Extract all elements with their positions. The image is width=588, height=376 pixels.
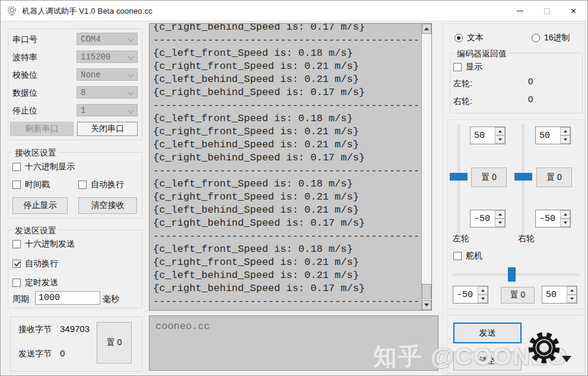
spin-up-button[interactable] [478,286,488,295]
spin-down-button[interactable] [495,219,505,227]
databits-label: 数据位 [12,88,37,99]
parity-select[interactable]: None [77,68,138,81]
databits-select[interactable]: 8 [77,86,138,99]
left-wheel-min-spinbox[interactable]: -50 [470,210,506,228]
counter-reset-button[interactable]: 置 0 [97,322,132,364]
encoder-right-label: 右轮: [453,96,472,107]
left-wheel-slider-track[interactable] [457,124,460,237]
encoder-left-label: 左轮: [453,78,472,89]
clear-receive-button[interactable]: 清空接收 [78,197,137,214]
encoder-show-label: 显示 [466,62,482,72]
spin-down-button[interactable] [567,295,577,303]
auto-newline-checkbox[interactable] [12,260,21,268]
stopbits-value: 1 [81,106,85,115]
arrow-up-icon [481,289,485,292]
chevron-down-icon [128,90,134,96]
scroll-up-button[interactable] [422,24,431,34]
servo-label: 舵机 [466,251,482,261]
scrollbar-thumb[interactable] [422,284,431,299]
scroll-down-button[interactable] [422,300,431,310]
stopbits-select[interactable]: 1 [77,104,138,116]
right-wheel-max-spinbox[interactable]: 50 [535,127,571,144]
clear-send-button[interactable]: 清空 [453,352,522,371]
spin-value: 50 [474,131,485,141]
encoder-show-row: 显示 [453,62,482,72]
left-wheel-slider-handle[interactable] [450,173,468,181]
arrow-up-icon [498,213,502,216]
mode-hex-radio[interactable] [532,34,540,42]
parity-value: None [81,70,101,80]
close-port-button[interactable]: 关闭串口 [77,122,138,136]
timestamp-checkbox[interactable] [12,181,21,189]
port-select[interactable]: COM4 [77,33,138,45]
arrow-up-icon [498,130,502,132]
left-wheel-max-spinbox[interactable]: 50 [470,127,506,144]
spin-up-button[interactable] [495,210,505,219]
spin-up-button[interactable] [560,127,570,135]
stop-display-button[interactable]: 停止显示 [12,197,68,214]
baud-select[interactable]: 115200 [77,50,138,63]
servo-min-spinbox[interactable]: -50 [453,286,488,304]
timed-send-row: 定时发送 [12,277,58,288]
spin-up-button[interactable] [495,127,505,135]
auto-newline-row: 自动换行 [12,258,58,269]
servo-slider-track[interactable] [453,273,579,276]
send-input[interactable]: cooneo.cc [149,315,438,371]
app-icon [7,5,17,16]
servo-checkbox[interactable] [453,252,462,260]
left-wheel-zero-button[interactable]: 置 0 [471,168,507,187]
refresh-port-button[interactable]: 刷新串口 [10,122,74,136]
auto-newline-label: 自动换行 [25,258,58,269]
send-button[interactable]: 发送 [453,323,522,343]
mode-text-radio[interactable] [454,34,463,42]
auto-wrap-checkbox[interactable] [78,181,87,189]
right-wheel-slider-handle[interactable] [514,173,532,181]
chevron-down-icon [128,108,134,113]
hex-display-checkbox[interactable] [12,163,21,171]
send-settings-title: 发送区设置 [12,226,59,236]
receive-text: {c_right_behind_Speed is: 0.17 m/s} ----… [150,23,431,308]
spin-down-button[interactable] [560,219,570,227]
spin-value: 50 [539,131,550,141]
received-bytes-value: 349703 [60,324,90,334]
arrow-up-icon [570,289,574,292]
right-wheel-min-spinbox[interactable]: -50 [535,210,571,228]
parity-label: 校验位 [12,70,37,81]
timed-send-checkbox[interactable] [12,279,21,287]
mode-text-row: 文本 [454,33,484,43]
chevron-down-icon [128,54,134,60]
encoder-right-value: 0 [528,94,533,104]
spin-up-button[interactable] [567,286,577,295]
stopbits-label: 停止位 [12,106,37,116]
servo-max-spinbox[interactable]: 50 [542,286,577,304]
maximize-button[interactable] [533,1,560,21]
receive-console[interactable]: {c_right_behind_Speed is: 0.17 m/s} ----… [149,23,432,311]
servo-zero-button[interactable]: 置 0 [501,287,535,304]
period-input[interactable]: 1000 [35,291,100,305]
minimize-button[interactable] [507,1,533,21]
arrow-down-icon [564,138,567,141]
arrow-down-icon [498,222,502,224]
hex-send-checkbox[interactable] [12,240,21,248]
right-wheel-zero-button[interactable]: 置 0 [536,168,572,187]
encoder-show-checkbox[interactable] [453,63,462,71]
receive-settings-title: 接收区设置 [12,148,59,159]
spin-down-button[interactable] [560,135,570,144]
console-scrollbar[interactable] [421,24,431,310]
gear-icon [523,326,565,370]
spin-up-button[interactable] [560,210,570,219]
arrow-up-icon [564,130,567,132]
encoder-left-value: 0 [528,76,533,86]
right-wheel-slider-track[interactable] [522,124,525,237]
maximize-icon [544,8,550,14]
close-button[interactable]: × [560,1,587,21]
dropdown-triangle-icon [562,356,571,362]
sent-bytes-label: 发送字节 [18,349,52,359]
servo-slider-handle[interactable] [508,267,516,282]
arrow-down-icon [424,304,429,307]
spin-down-button[interactable] [478,295,488,303]
baud-value: 115200 [81,52,110,62]
spin-down-button[interactable] [495,135,505,144]
arrow-down-icon [481,298,485,300]
timestamp-row: 时间戳 [12,179,50,190]
